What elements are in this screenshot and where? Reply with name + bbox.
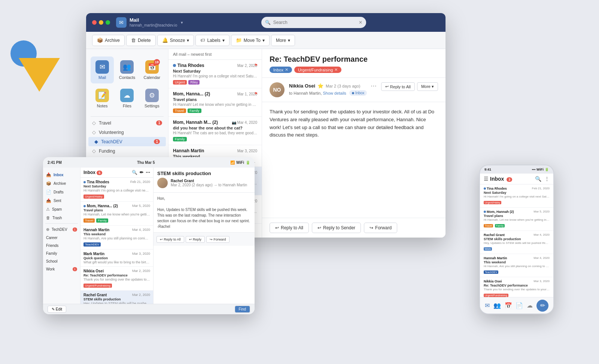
email-item-2[interactable]: Mom, Hanna... (2) Mar 1, 2020 Travel pla… bbox=[168, 88, 262, 117]
tablet-trash-label: Trash bbox=[52, 216, 62, 220]
show-details-link[interactable]: Show details bbox=[323, 91, 346, 95]
move-to-button[interactable]: 📁 Move To ▾ bbox=[231, 35, 270, 46]
email-item-3[interactable]: Mom, Hannah M... (2) 📷 Mar 4, 2020 did y… bbox=[168, 117, 262, 145]
sidebar-folder-travel[interactable]: ◇ Travel 1 bbox=[86, 118, 168, 128]
tablet-find-btn[interactable]: Find bbox=[235, 306, 250, 313]
phone-nav-contacts[interactable]: 👥 bbox=[493, 302, 501, 309]
phone-search-icon[interactable]: 🔍 bbox=[535, 176, 541, 182]
tablet-email-list: Inbox 5 🔍 ✏ ⋯ Tina Rhodes Feb 21, 2020 N… bbox=[80, 168, 153, 304]
sidebar-folder-funding[interactable]: ◇ Funding bbox=[86, 146, 168, 156]
phone-menu-icon[interactable]: ☰ bbox=[484, 176, 489, 182]
tablet-email-item-1[interactable]: Tina Rhodes Feb 21, 2020 Next Saturday H… bbox=[80, 178, 153, 202]
tablet-sidebar-techdev[interactable]: ⊕ TechDEV 1 bbox=[43, 225, 80, 234]
sidebar-folder-teachdev[interactable]: ◆ TeachDEV 1 bbox=[88, 137, 166, 146]
tablet-sidebar-archive[interactable]: 📦 Archive bbox=[43, 179, 80, 188]
phone-subject-5: Re: TeachDEV performance bbox=[484, 284, 550, 287]
minimize-window-button[interactable] bbox=[99, 20, 103, 25]
reply-all-meta-button[interactable]: ↩ Reply to All bbox=[381, 82, 415, 91]
delete-button[interactable]: 🗑 Delete bbox=[126, 35, 156, 46]
tablet-reply-btn[interactable]: ↩ Reply bbox=[186, 236, 205, 243]
sidebar-item-contacts[interactable]: 👥 Contacts bbox=[115, 56, 139, 83]
close-window-button[interactable] bbox=[92, 20, 97, 25]
email-list-sort[interactable]: All mail – newest first bbox=[173, 52, 212, 56]
tablet-sidebar-trash[interactable]: 🗑 Trash bbox=[43, 214, 80, 222]
tablet-sidebar-family[interactable]: Family bbox=[43, 250, 80, 257]
phone-email-item-5[interactable]: Nikkia Osei Mar 3, 2020 Re: TeachDEV per… bbox=[480, 277, 553, 297]
sidebar-item-settings[interactable]: ⚙ Settings bbox=[140, 85, 164, 112]
tablet-sidebar-sent[interactable]: 📤 Sent bbox=[43, 196, 80, 205]
tablet-sidebar-inbox[interactable]: 📥 Inbox bbox=[43, 171, 80, 179]
archive-button[interactable]: 📦 Archive bbox=[92, 35, 125, 46]
reading-tag-urgent[interactable]: Urgent/Fundraising ✕ bbox=[294, 67, 342, 73]
email-item-1[interactable]: Tina Rhodes Mar 2, 2020 Next Saturday Hi… bbox=[168, 60, 262, 88]
sidebar-folder-volunteering[interactable]: ◇ Volunteering bbox=[86, 128, 168, 137]
tablet-sidebar-career[interactable]: Career bbox=[43, 234, 80, 242]
maximize-window-button[interactable] bbox=[106, 20, 110, 25]
phone-nav-calendar[interactable]: 📅 bbox=[505, 302, 512, 309]
sidebar-item-calendar[interactable]: 📅 Calendar bbox=[140, 56, 164, 83]
tablet-email-item-2[interactable]: Mom, Hanna... (2) Mar 5, 2020 Travel pla… bbox=[80, 202, 153, 226]
tablet-email-item-5[interactable]: Nikkia Osei Mar 2, 2020 Re: TeachDEV per… bbox=[80, 267, 153, 291]
inbox-tag-close[interactable]: ✕ bbox=[285, 67, 288, 72]
tablet-email-item-6[interactable]: Rachel Grant Mar 2, 2020 STEM skills pro… bbox=[80, 291, 153, 304]
forward-button[interactable]: ↪ Forward bbox=[364, 223, 397, 233]
phone-date-3: Mar 4, 2020 bbox=[533, 233, 550, 237]
phone-sender-5: Nikkia Osei bbox=[484, 279, 502, 283]
phone-email-item-3[interactable]: Rachel Grant Mar 4, 2020 STEM skills pro… bbox=[480, 231, 553, 254]
tablet-edit-btn[interactable]: ✎ Edit bbox=[48, 306, 66, 313]
tablet-forward-btn[interactable]: ↪ Forward bbox=[206, 236, 229, 243]
phone-date-4: Mar 4, 2020 bbox=[533, 256, 550, 260]
tablet-sidebar-friends[interactable]: Friends bbox=[43, 242, 80, 250]
sidebar-item-mail[interactable]: ✉ Mail bbox=[91, 56, 114, 83]
tablet-search-icon[interactable]: 🔍 bbox=[132, 170, 137, 175]
tablet-sender-info: Rachel Grant Mar 2, 2020 (2 days ago) → … bbox=[171, 179, 247, 187]
snooze-button[interactable]: 🔔 Snooze ▾ bbox=[157, 35, 194, 46]
phone-email-item-2[interactable]: Mom, Hannah (2) Mar 5, 2020 Travel plans… bbox=[480, 208, 553, 231]
notes-label: Notes bbox=[97, 104, 108, 108]
reading-pane-header: Re: TeachDEV performance Inbox ✕ Urgent/… bbox=[262, 49, 446, 78]
phone-email-item-1[interactable]: Tina Rhodes Feb 21, 2020 Next Saturday H… bbox=[480, 184, 553, 208]
tablet-sidebar-school[interactable]: School bbox=[43, 257, 80, 265]
reply-sender-button[interactable]: ↩ Reply to Sender bbox=[312, 223, 361, 233]
tablet-preview-3: Hi Hannah, Are you still planning on com… bbox=[83, 236, 150, 240]
snooze-chevron-icon: ▾ bbox=[187, 38, 189, 43]
tablet-sidebar-spam[interactable]: ⚠ Spam bbox=[43, 205, 80, 214]
reading-tag-inbox[interactable]: Inbox ✕ bbox=[270, 67, 292, 73]
urgent-tag-close[interactable]: ✕ bbox=[334, 67, 338, 72]
tablet-email-item-3[interactable]: Hannah Martin Mar 4, 2020 This weekend H… bbox=[80, 226, 153, 250]
tablet-reading-date: Mar 2, 2020 (2 days ago) → to Hannah Mar… bbox=[171, 183, 247, 187]
phone-preview-4: Hi Hannah, Are you still planning on com… bbox=[484, 264, 550, 268]
phone-nav-calendar-icon: 📅 bbox=[505, 302, 512, 309]
phone-email-list[interactable]: Tina Rhodes Feb 21, 2020 Next Saturday H… bbox=[480, 184, 553, 297]
tablet-sidebar-drafts[interactable]: 📄 Drafts bbox=[43, 188, 80, 196]
phone-nav-files[interactable]: ☁ bbox=[527, 302, 533, 309]
tablet-more-icon[interactable]: ⋯ bbox=[146, 170, 150, 175]
phone-subject-4: This weekend bbox=[484, 260, 550, 264]
more-meta-button[interactable]: More ▾ bbox=[417, 82, 438, 91]
inbox-badge-label: Inbox bbox=[355, 91, 364, 95]
phone-nav-notes[interactable]: 📄 bbox=[516, 302, 523, 309]
tablet-reply-all-btn[interactable]: ↩ Reply to All bbox=[156, 236, 184, 243]
app-logo[interactable]: ✉ Mail hannah_martin@teachdev.io ▾ bbox=[116, 17, 183, 28]
tablet-sidebar-work[interactable]: Work 1 bbox=[43, 265, 80, 273]
email-subject-3: did you hear the one about the cat? bbox=[173, 126, 257, 130]
sidebar-item-notes[interactable]: 📝 Notes bbox=[91, 85, 114, 112]
tablet-status-bar: 2:41 PM Thu Mar 5 📶 WiFi 🔋 bbox=[43, 157, 255, 168]
email-date-3: 📷 Mar 4, 2020 bbox=[232, 120, 257, 125]
phone-more-icon[interactable]: ⋮ bbox=[544, 176, 550, 182]
phone-email-item-4[interactable]: Hannah Martin Mar 4, 2020 This weekend H… bbox=[480, 254, 553, 277]
tablet-compose-icon[interactable]: ✏ bbox=[140, 170, 143, 175]
phone-nav-mail[interactable]: ✉ bbox=[485, 302, 490, 309]
labels-button[interactable]: 🏷 Labels ▾ bbox=[195, 35, 229, 46]
search-input[interactable] bbox=[261, 17, 366, 28]
sidebar-item-files[interactable]: ☁ Files bbox=[115, 85, 139, 112]
email-options-icon[interactable]: ⋯ bbox=[371, 82, 377, 89]
email-preview-1: Hi Hannah! I'm going on a college visit … bbox=[173, 74, 257, 78]
search-clear-icon[interactable]: ✕ bbox=[359, 20, 362, 25]
phone-tag-1: Urgent/Haley bbox=[484, 201, 501, 204]
more-button[interactable]: More ▾ bbox=[271, 35, 295, 46]
phone-compose-button[interactable]: ✏ bbox=[536, 300, 548, 312]
reply-all-button[interactable]: ↩ Reply to All bbox=[270, 223, 309, 233]
sender-star-icon[interactable]: ⭐ bbox=[317, 83, 323, 89]
tablet-email-item-4[interactable]: Mark Martin Mar 3, 2020 Quick question W… bbox=[80, 250, 153, 267]
